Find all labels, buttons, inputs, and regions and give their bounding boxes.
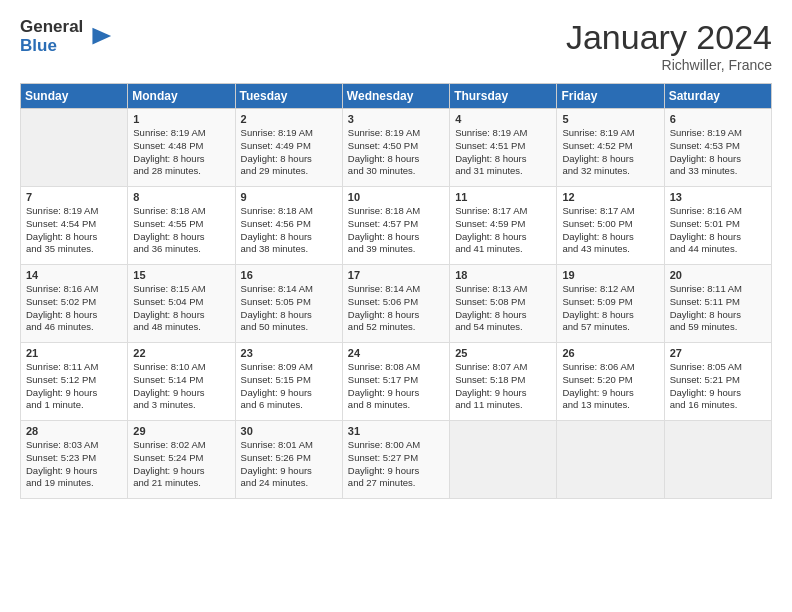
- date-number: 29: [133, 425, 229, 437]
- logo-blue: Blue: [20, 37, 83, 56]
- header: General Blue January 2024 Richwiller, Fr…: [20, 18, 772, 73]
- date-number: 31: [348, 425, 444, 437]
- calendar-cell: 4Sunrise: 8:19 AMSunset: 4:51 PMDaylight…: [450, 109, 557, 187]
- date-number: 2: [241, 113, 337, 125]
- calendar-cell: 16Sunrise: 8:14 AMSunset: 5:05 PMDayligh…: [235, 265, 342, 343]
- cell-info: Sunrise: 8:03 AMSunset: 5:23 PMDaylight:…: [26, 439, 122, 490]
- calendar-cell: 5Sunrise: 8:19 AMSunset: 4:52 PMDaylight…: [557, 109, 664, 187]
- calendar-cell: [664, 421, 771, 499]
- date-number: 15: [133, 269, 229, 281]
- date-number: 17: [348, 269, 444, 281]
- cell-info: Sunrise: 8:02 AMSunset: 5:24 PMDaylight:…: [133, 439, 229, 490]
- calendar-cell: [450, 421, 557, 499]
- cell-info: Sunrise: 8:13 AMSunset: 5:08 PMDaylight:…: [455, 283, 551, 334]
- date-number: 6: [670, 113, 766, 125]
- cell-info: Sunrise: 8:06 AMSunset: 5:20 PMDaylight:…: [562, 361, 658, 412]
- cell-info: Sunrise: 8:19 AMSunset: 4:53 PMDaylight:…: [670, 127, 766, 178]
- logo-text: General Blue: [20, 18, 83, 55]
- svg-marker-0: [93, 27, 112, 44]
- calendar-cell: 28Sunrise: 8:03 AMSunset: 5:23 PMDayligh…: [21, 421, 128, 499]
- cell-info: Sunrise: 8:18 AMSunset: 4:55 PMDaylight:…: [133, 205, 229, 256]
- cell-info: Sunrise: 8:17 AMSunset: 5:00 PMDaylight:…: [562, 205, 658, 256]
- date-number: 12: [562, 191, 658, 203]
- week-row: 28Sunrise: 8:03 AMSunset: 5:23 PMDayligh…: [21, 421, 772, 499]
- col-saturday: Saturday: [664, 84, 771, 109]
- calendar-cell: 17Sunrise: 8:14 AMSunset: 5:06 PMDayligh…: [342, 265, 449, 343]
- calendar-cell: 24Sunrise: 8:08 AMSunset: 5:17 PMDayligh…: [342, 343, 449, 421]
- cell-info: Sunrise: 8:10 AMSunset: 5:14 PMDaylight:…: [133, 361, 229, 412]
- cell-info: Sunrise: 8:14 AMSunset: 5:05 PMDaylight:…: [241, 283, 337, 334]
- calendar-cell: 22Sunrise: 8:10 AMSunset: 5:14 PMDayligh…: [128, 343, 235, 421]
- cell-info: Sunrise: 8:19 AMSunset: 4:51 PMDaylight:…: [455, 127, 551, 178]
- calendar-cell: 18Sunrise: 8:13 AMSunset: 5:08 PMDayligh…: [450, 265, 557, 343]
- calendar-cell: 15Sunrise: 8:15 AMSunset: 5:04 PMDayligh…: [128, 265, 235, 343]
- date-number: 25: [455, 347, 551, 359]
- calendar-cell: 29Sunrise: 8:02 AMSunset: 5:24 PMDayligh…: [128, 421, 235, 499]
- calendar-cell: 20Sunrise: 8:11 AMSunset: 5:11 PMDayligh…: [664, 265, 771, 343]
- page: General Blue January 2024 Richwiller, Fr…: [0, 0, 792, 612]
- date-number: 9: [241, 191, 337, 203]
- logo-general: General: [20, 18, 83, 37]
- calendar-cell: 14Sunrise: 8:16 AMSunset: 5:02 PMDayligh…: [21, 265, 128, 343]
- cell-info: Sunrise: 8:19 AMSunset: 4:50 PMDaylight:…: [348, 127, 444, 178]
- calendar-cell: 7Sunrise: 8:19 AMSunset: 4:54 PMDaylight…: [21, 187, 128, 265]
- header-row: Sunday Monday Tuesday Wednesday Thursday…: [21, 84, 772, 109]
- location-subtitle: Richwiller, France: [566, 57, 772, 73]
- title-block: January 2024 Richwiller, France: [566, 18, 772, 73]
- date-number: 28: [26, 425, 122, 437]
- col-thursday: Thursday: [450, 84, 557, 109]
- week-row: 14Sunrise: 8:16 AMSunset: 5:02 PMDayligh…: [21, 265, 772, 343]
- date-number: 5: [562, 113, 658, 125]
- cell-info: Sunrise: 8:16 AMSunset: 5:01 PMDaylight:…: [670, 205, 766, 256]
- cell-info: Sunrise: 8:11 AMSunset: 5:11 PMDaylight:…: [670, 283, 766, 334]
- cell-info: Sunrise: 8:08 AMSunset: 5:17 PMDaylight:…: [348, 361, 444, 412]
- cell-info: Sunrise: 8:05 AMSunset: 5:21 PMDaylight:…: [670, 361, 766, 412]
- week-row: 21Sunrise: 8:11 AMSunset: 5:12 PMDayligh…: [21, 343, 772, 421]
- calendar-cell: 11Sunrise: 8:17 AMSunset: 4:59 PMDayligh…: [450, 187, 557, 265]
- date-number: 24: [348, 347, 444, 359]
- date-number: 30: [241, 425, 337, 437]
- col-tuesday: Tuesday: [235, 84, 342, 109]
- date-number: 21: [26, 347, 122, 359]
- col-monday: Monday: [128, 84, 235, 109]
- cell-info: Sunrise: 8:15 AMSunset: 5:04 PMDaylight:…: [133, 283, 229, 334]
- cell-info: Sunrise: 8:17 AMSunset: 4:59 PMDaylight:…: [455, 205, 551, 256]
- date-number: 16: [241, 269, 337, 281]
- calendar-cell: 6Sunrise: 8:19 AMSunset: 4:53 PMDaylight…: [664, 109, 771, 187]
- date-number: 26: [562, 347, 658, 359]
- week-row: 1Sunrise: 8:19 AMSunset: 4:48 PMDaylight…: [21, 109, 772, 187]
- calendar-cell: 19Sunrise: 8:12 AMSunset: 5:09 PMDayligh…: [557, 265, 664, 343]
- date-number: 13: [670, 191, 766, 203]
- date-number: 20: [670, 269, 766, 281]
- logo: General Blue: [20, 18, 113, 55]
- cell-info: Sunrise: 8:12 AMSunset: 5:09 PMDaylight:…: [562, 283, 658, 334]
- date-number: 18: [455, 269, 551, 281]
- calendar-cell: 2Sunrise: 8:19 AMSunset: 4:49 PMDaylight…: [235, 109, 342, 187]
- calendar-cell: 3Sunrise: 8:19 AMSunset: 4:50 PMDaylight…: [342, 109, 449, 187]
- cell-info: Sunrise: 8:07 AMSunset: 5:18 PMDaylight:…: [455, 361, 551, 412]
- date-number: 8: [133, 191, 229, 203]
- cell-info: Sunrise: 8:19 AMSunset: 4:48 PMDaylight:…: [133, 127, 229, 178]
- calendar-cell: 21Sunrise: 8:11 AMSunset: 5:12 PMDayligh…: [21, 343, 128, 421]
- date-number: 11: [455, 191, 551, 203]
- cell-info: Sunrise: 8:19 AMSunset: 4:52 PMDaylight:…: [562, 127, 658, 178]
- cell-info: Sunrise: 8:14 AMSunset: 5:06 PMDaylight:…: [348, 283, 444, 334]
- cell-info: Sunrise: 8:00 AMSunset: 5:27 PMDaylight:…: [348, 439, 444, 490]
- calendar-cell: 12Sunrise: 8:17 AMSunset: 5:00 PMDayligh…: [557, 187, 664, 265]
- date-number: 14: [26, 269, 122, 281]
- logo-icon: [85, 23, 113, 51]
- calendar-table: Sunday Monday Tuesday Wednesday Thursday…: [20, 83, 772, 499]
- date-number: 23: [241, 347, 337, 359]
- calendar-cell: 27Sunrise: 8:05 AMSunset: 5:21 PMDayligh…: [664, 343, 771, 421]
- month-title: January 2024: [566, 18, 772, 57]
- calendar-cell: 13Sunrise: 8:16 AMSunset: 5:01 PMDayligh…: [664, 187, 771, 265]
- cell-info: Sunrise: 8:18 AMSunset: 4:57 PMDaylight:…: [348, 205, 444, 256]
- col-friday: Friday: [557, 84, 664, 109]
- date-number: 27: [670, 347, 766, 359]
- cell-info: Sunrise: 8:01 AMSunset: 5:26 PMDaylight:…: [241, 439, 337, 490]
- cell-info: Sunrise: 8:11 AMSunset: 5:12 PMDaylight:…: [26, 361, 122, 412]
- cell-info: Sunrise: 8:18 AMSunset: 4:56 PMDaylight:…: [241, 205, 337, 256]
- cell-info: Sunrise: 8:16 AMSunset: 5:02 PMDaylight:…: [26, 283, 122, 334]
- calendar-cell: 8Sunrise: 8:18 AMSunset: 4:55 PMDaylight…: [128, 187, 235, 265]
- date-number: 7: [26, 191, 122, 203]
